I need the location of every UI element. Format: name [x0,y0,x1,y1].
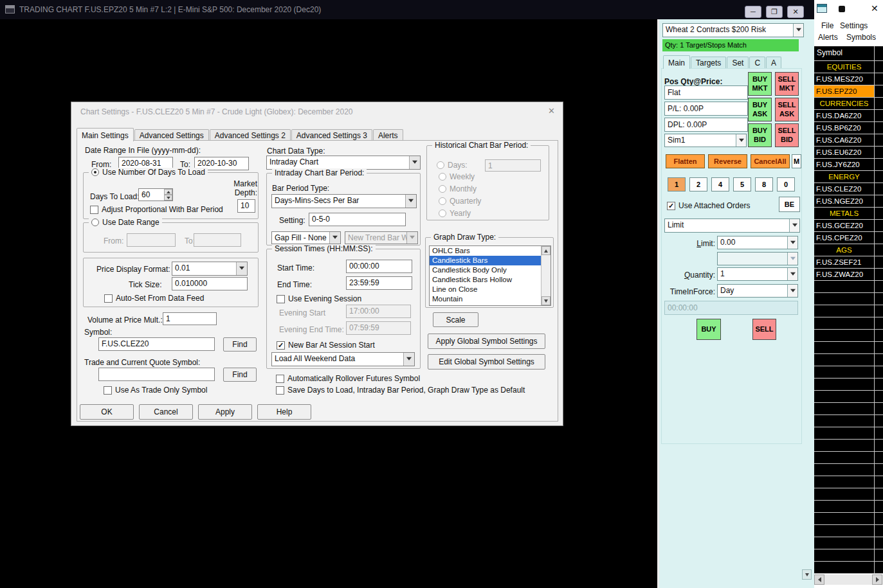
auto-set-checkbox[interactable] [104,294,113,303]
qty-button-4[interactable]: 4 [711,177,729,192]
symbol-row[interactable]: F.US.CLEZ20 [814,183,875,195]
list-item[interactable]: Candlestick Body Only [430,265,541,275]
symbol-row[interactable]: F.US.BP6Z20 [814,122,875,134]
sell-bid-button[interactable]: SELL BID [775,123,799,147]
trade-tab-main[interactable]: Main [663,55,690,69]
symbol-row[interactable]: F.US.ZSEF21 [814,256,875,269]
dropdown-arrow-icon[interactable] [787,253,797,265]
use-date-range-radio-row[interactable]: Use Date Range [89,218,162,227]
symbols-close-icon[interactable]: ✕ [871,3,878,13]
radio-unselected-icon[interactable] [91,218,99,226]
hist-weekly-row[interactable]: Weekly [439,172,475,181]
symbol-row[interactable]: F.US.EU6Z20 [814,147,875,159]
list-item[interactable]: Mountain [430,294,541,304]
position-field[interactable]: Flat [664,85,748,100]
use-attached-orders-checkbox[interactable]: ✓ [667,202,675,210]
flatten-button[interactable]: Flatten [666,154,705,168]
adjust-proportional-row[interactable]: Adjust Proportional With Bar Period [90,205,223,214]
dropdown-arrow-icon[interactable] [793,24,803,37]
buy-bid-button[interactable]: BUY BID [748,123,772,147]
range-to-input[interactable] [194,233,241,247]
order-type-combo[interactable]: Limit [664,218,800,233]
category-row-equities[interactable]: EQUITIES [814,61,875,73]
qty-button-1[interactable]: 1 [668,177,686,192]
save-default-row[interactable]: Save Days to Load, Intraday Bar Period, … [276,386,525,395]
apply-global-settings-button[interactable]: Apply Global Symbol Settings [428,334,545,349]
tab-alerts[interactable]: Alerts [373,129,403,141]
dropdown-arrow-icon[interactable] [329,232,340,244]
symbol-input[interactable]: F.US.CLEZ20 [98,337,215,351]
list-item[interactable]: Line on Close [430,285,541,294]
order-time-field[interactable]: 00:00:00 [664,301,798,315]
secondary-price-combo[interactable] [717,252,798,265]
help-button[interactable]: Help [257,404,311,420]
qty-button-8[interactable]: 8 [755,177,773,192]
limit-price-combo[interactable]: 0.00 [717,236,798,249]
graph-draw-type-listbox[interactable]: OHLC Bars Candlestick Bars Candlestick B… [429,245,551,306]
symbol-row[interactable]: F.US.DA6Z20 [814,110,875,122]
symbol-row[interactable]: F.US.CPEZ20 [814,232,875,244]
symbol-row[interactable]: F.US.GCEZ20 [814,220,875,232]
dropdown-arrow-icon[interactable] [405,195,416,208]
price-display-format-combo[interactable]: 0.01 [172,262,248,276]
hist-days-input[interactable]: 1 [485,159,541,172]
trade-tab-a[interactable]: A [766,57,781,68]
start-time-input[interactable]: 00:00:00 [346,260,412,273]
chart-data-type-combo[interactable]: Intraday Chart [266,156,421,170]
dropdown-arrow-icon[interactable] [409,156,420,169]
dropdown-arrow-icon[interactable] [787,236,797,249]
scroll-down-icon[interactable] [542,296,551,305]
auto-set-row[interactable]: Auto-Set From Data Feed [104,294,204,303]
gap-fill-combo[interactable]: Gap Fill - None [271,231,341,244]
symbol-column-header[interactable]: Symbol [814,46,875,61]
tab-advanced-settings-2[interactable]: Advanced Settings 2 [210,129,291,141]
sell-market-button[interactable]: SELL MKT [775,72,799,96]
m-button[interactable]: M [792,154,801,168]
sell-ask-button[interactable]: SELL ASK [775,98,799,121]
category-row-energy[interactable]: ENERGY [814,171,875,183]
apply-button[interactable]: Apply [198,404,252,420]
rollover-checkbox[interactable] [276,375,284,383]
symbol-row[interactable]: F.US.ZWAZ20 [814,269,875,281]
buy-market-button[interactable]: BUY MKT [748,72,772,96]
maximize-icon[interactable]: ❐ [766,6,783,18]
list-item[interactable]: Candlestick Bars Hollow [430,275,541,285]
dropdown-arrow-icon[interactable] [789,219,799,232]
dialog-close-icon[interactable]: ✕ [548,107,555,115]
new-bar-session-checkbox[interactable]: ✓ [277,341,285,350]
dropdown-arrow-icon[interactable] [236,262,247,275]
dropdown-arrow-icon[interactable] [787,285,797,297]
category-row-metals[interactable]: METALS [814,208,875,220]
adjust-proportional-checkbox[interactable] [90,206,98,214]
time-in-force-combo[interactable]: Day [717,284,798,298]
rollover-row[interactable]: Automatically Rollover Futures Symbol [276,374,420,383]
scale-button[interactable]: Scale [433,312,478,327]
menu-settings[interactable]: Settings [840,21,868,30]
trade-only-checkbox[interactable] [104,386,112,395]
cancel-button[interactable]: Cancel [139,404,193,420]
breakeven-button[interactable]: BE [779,197,800,212]
category-row-currencies[interactable]: CURRENCIES [814,98,875,110]
menu-alerts[interactable]: Alerts [818,33,838,42]
pl-field[interactable]: P/L: 0.00P [664,102,748,116]
end-time-input[interactable]: 23:59:59 [346,276,412,290]
evening-end-input[interactable]: 07:59:59 [346,321,411,335]
days-to-load-spinner[interactable] [164,189,172,200]
find-trade-symbol-button[interactable]: Find [223,368,257,382]
minimize-icon[interactable]: ─ [745,6,761,18]
tab-advanced-settings-3[interactable]: Advanced Settings 3 [291,129,372,141]
hist-yearly-row[interactable]: Yearly [439,209,471,218]
radio-disabled-icon[interactable] [439,197,446,205]
use-attached-orders-row[interactable]: ✓ Use Attached Orders [667,201,750,210]
symbol-row[interactable]: F.US.JY6Z20 [814,159,875,171]
buy-ask-button[interactable]: BUY ASK [748,98,772,121]
new-trend-bar-combo[interactable]: New Trend Bar W [345,231,418,244]
symbol-row[interactable]: F.US.CA6Z20 [814,134,875,147]
buy-button[interactable]: BUY [696,319,721,340]
menu-file[interactable]: File [821,21,833,30]
scroll-right-icon[interactable] [872,575,882,585]
trade-symbol-input[interactable] [98,368,215,381]
tab-main-settings[interactable]: Main Settings [77,128,134,141]
account-combo[interactable]: Sim1 [664,134,747,147]
tab-advanced-settings[interactable]: Advanced Settings [134,129,209,141]
